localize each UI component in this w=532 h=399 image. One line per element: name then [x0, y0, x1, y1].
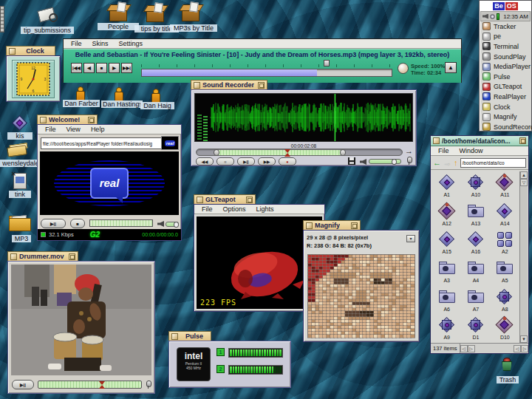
- video-progress[interactable]: [38, 381, 142, 389]
- deskbar-item-mediaplayer[interactable]: MediaPlayer: [480, 61, 531, 72]
- transport-button-1[interactable]: ◀: [83, 63, 95, 73]
- tracker-titlebar[interactable]: /boot/home/data/icon...: [431, 136, 528, 146]
- zoom-icon[interactable]: [88, 117, 95, 123]
- tracker-item-a3[interactable]: A3: [432, 257, 461, 286]
- recorder-button-3[interactable]: ▶▶: [258, 157, 276, 166]
- tracker-item-a2[interactable]: A2: [491, 228, 519, 257]
- desktop-icon-tink[interactable]: ✕: [13, 173, 27, 189]
- recorder-button-1[interactable]: ■: [216, 157, 234, 166]
- tray-cd-icon[interactable]: [490, 14, 495, 19]
- tracker-item-a10[interactable]: A10: [461, 171, 490, 200]
- menu-file[interactable]: File: [197, 205, 217, 213]
- save-icon[interactable]: [348, 157, 355, 165]
- scroll-up2-icon[interactable]: ▽: [520, 179, 528, 186]
- tracker-item-a11[interactable]: A11: [491, 171, 519, 200]
- realplayer-titlebar[interactable]: Welcome!: [37, 115, 98, 124]
- scroll-arrow-icon[interactable]: →: [405, 146, 413, 155]
- deskbar-item-glteapot[interactable]: GLTeapot: [480, 82, 531, 92]
- desktop-icon-mp3[interactable]: [9, 216, 31, 232]
- waveform-display[interactable]: [194, 93, 413, 142]
- scroll-down-icon[interactable]: ▼: [520, 335, 528, 343]
- microphone-icon[interactable]: [406, 157, 412, 165]
- desktop-icon-kis[interactable]: [12, 117, 28, 132]
- desktop-icon-wensleydale[interactable]: [7, 143, 28, 157]
- transport-button-3[interactable]: ▶: [109, 63, 120, 73]
- close-icon[interactable]: [433, 137, 440, 144]
- recorder-button-2[interactable]: ▶||: [237, 157, 255, 166]
- menu-view[interactable]: View: [62, 126, 85, 133]
- progress-bar[interactable]: [141, 69, 392, 77]
- person-icon-dan-hastings[interactable]: [113, 87, 123, 101]
- menu-options[interactable]: Options: [219, 205, 250, 213]
- zoom-icon[interactable]: [246, 197, 253, 203]
- tracker-item-a12[interactable]: A12: [432, 200, 461, 229]
- eject-button[interactable]: ▲: [445, 62, 457, 73]
- person-icon-dan-farber[interactable]: [75, 86, 85, 100]
- transport-button-2[interactable]: ■: [96, 63, 107, 73]
- recorder-button-0[interactable]: ◀◀: [196, 157, 214, 166]
- volume-thumb[interactable]: [392, 159, 397, 165]
- tracker-item-a14[interactable]: A14: [491, 200, 519, 229]
- menu-settings[interactable]: Settings: [115, 40, 148, 47]
- close-icon[interactable]: [197, 197, 203, 203]
- speed-knob[interactable]: [398, 63, 409, 74]
- recorder-button-4[interactable]: ●: [279, 157, 296, 166]
- deskbar-item-pulse[interactable]: Pulse: [480, 72, 531, 82]
- desktop-icon-mp3s-by-title[interactable]: [182, 8, 200, 21]
- volume-slider[interactable]: [369, 159, 401, 164]
- tracker-item-a15[interactable]: A15: [432, 228, 461, 257]
- menu-window[interactable]: Window: [455, 147, 488, 154]
- magnify-titlebar[interactable]: Magnify: [303, 220, 361, 230]
- close-icon[interactable]: [171, 333, 178, 340]
- selection-handle-right[interactable]: [340, 149, 346, 156]
- zoom-icon[interactable]: [519, 137, 526, 144]
- tracker-item-a16[interactable]: A16: [461, 228, 490, 257]
- scroll-up-icon[interactable]: ▲: [520, 171, 528, 179]
- path-field[interactable]: /boot/home/data/ico: [460, 158, 527, 168]
- person-icon-dan-haig[interactable]: [150, 89, 160, 103]
- tracker-item-a6[interactable]: A6: [432, 286, 461, 315]
- menu-skins[interactable]: Skins: [88, 40, 113, 47]
- tracker-item-a4[interactable]: A4: [461, 257, 490, 286]
- tracker-item-a5[interactable]: A5: [491, 257, 519, 286]
- popup-menu-button[interactable]: ▾: [406, 235, 415, 242]
- close-icon[interactable]: [306, 222, 313, 229]
- vertical-scrollbar[interactable]: ▲ ▽ ▼: [519, 171, 528, 343]
- desktop-icon-people[interactable]: [109, 8, 127, 21]
- menu-file[interactable]: File: [66, 40, 86, 47]
- deskbar-item-pe[interactable]: pe: [480, 32, 531, 42]
- recorder-titlebar[interactable]: Sound Recorder: [191, 80, 267, 89]
- seek-ruler[interactable]: [141, 61, 392, 67]
- deskbar-item-tracker[interactable]: Tracker: [480, 21, 531, 32]
- stop-button[interactable]: ■: [70, 219, 85, 228]
- desktop-icon-tip-submissions[interactable]: [38, 9, 55, 21]
- tracker-item-a9[interactable]: A9: [432, 314, 461, 343]
- desktop-icon-trash[interactable]: [499, 357, 514, 372]
- hscroll-left2-icon[interactable]: ◁: [514, 345, 521, 352]
- realplayer-progress[interactable]: [89, 219, 153, 227]
- selection-handle-left[interactable]: [214, 149, 219, 156]
- beos-logo[interactable]: Be OS: [480, 1, 531, 11]
- back-arrow-icon[interactable]: ←: [433, 159, 441, 167]
- hscroll-left-icon[interactable]: ◁: [460, 345, 468, 352]
- tray-speaker-icon[interactable]: [482, 14, 488, 19]
- drummer-titlebar[interactable]: Drummer.mov: [7, 251, 78, 261]
- menu-help[interactable]: Help: [86, 126, 109, 133]
- tracker-item-a13[interactable]: A13: [461, 200, 490, 229]
- close-icon[interactable]: [10, 253, 17, 260]
- deskbar-item-clock[interactable]: Clock: [480, 102, 531, 112]
- zoom-icon[interactable]: [69, 253, 75, 260]
- transport-button-4[interactable]: ▶▶|: [121, 63, 132, 73]
- glteapot-titlebar[interactable]: GLTeapot: [194, 194, 256, 204]
- deskbar-item-terminal[interactable]: Terminal: [480, 41, 531, 52]
- tracker-item-a7[interactable]: A7: [461, 286, 490, 315]
- seek-thumb[interactable]: [324, 60, 330, 66]
- tracker-item-d1[interactable]: D1: [461, 314, 490, 343]
- desktop-icon-tips-by-title[interactable]: [146, 9, 164, 22]
- transport-button-0[interactable]: |◀◀: [71, 63, 82, 73]
- forward-arrow-icon[interactable]: →: [443, 159, 451, 167]
- menu-file[interactable]: File: [41, 126, 61, 133]
- tracker-item-d10[interactable]: D10: [491, 314, 519, 343]
- menu-file[interactable]: File: [434, 147, 454, 154]
- volume-thumb[interactable]: [174, 222, 179, 228]
